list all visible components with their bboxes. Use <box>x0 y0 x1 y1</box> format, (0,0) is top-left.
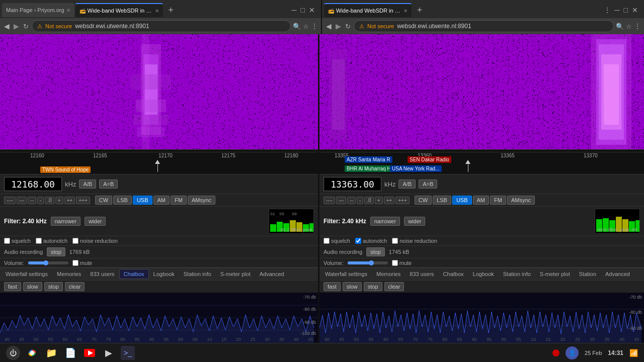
tab-smeter-left[interactable]: S-meter plot <box>216 269 255 279</box>
mode-fm-left[interactable]: FM <box>171 196 187 205</box>
reload-btn-left[interactable]: ↻ <box>22 22 30 31</box>
mode-lsb-left[interactable]: LSB <box>113 196 132 205</box>
tab-websdr-right-close[interactable]: ✕ <box>404 8 408 14</box>
tune-down3-left[interactable]: --- <box>17 197 27 204</box>
mode-cw-left[interactable]: CW <box>95 196 112 205</box>
tab-station-info-right[interactable]: Station info <box>499 269 535 279</box>
forward-btn-left[interactable]: ▶ <box>13 21 20 31</box>
taskbar-youtube-icon[interactable] <box>83 346 97 360</box>
address-bar-right[interactable]: ⚠ Not secure websdr.ewi.utwente.nl:8901 <box>354 20 614 32</box>
forward-btn-right[interactable]: ▶ <box>335 21 342 31</box>
squelch-right[interactable]: squelch <box>324 238 350 244</box>
mode-amsync-right[interactable]: AMsync <box>507 196 535 205</box>
plot-clear-left[interactable]: clear <box>65 282 85 291</box>
tab-station-info-left[interactable]: Station info <box>179 269 216 279</box>
mode-cw-right[interactable]: CW <box>415 196 432 205</box>
taskbar-power-icon[interactable]: ⏻ <box>6 346 20 360</box>
tab-waterfall-settings-left[interactable]: Waterfall settings <box>1 269 52 279</box>
tab-new-left[interactable]: + <box>164 3 178 17</box>
tune-down3-right[interactable]: --- <box>336 197 346 204</box>
address-bar-left[interactable]: ⚠ Not secure websdr.ewi.utwente.nl:8901 <box>32 20 291 32</box>
tab-users-right[interactable]: 833 users <box>405 269 438 279</box>
overflow-right[interactable]: ⋮ <box>604 6 611 14</box>
tab-advanced-left[interactable]: Advanced <box>255 269 289 279</box>
mode-usb-left[interactable]: USB <box>133 196 152 205</box>
taskbar-avatar[interactable]: 👤 <box>566 346 579 359</box>
ab-btn-left[interactable]: A/B <box>79 179 96 189</box>
tune-down1-right[interactable]: - <box>357 197 363 204</box>
tune-down1-left[interactable]: - <box>37 197 44 204</box>
wider-btn-left[interactable]: wider <box>85 217 106 226</box>
plot-slow-right[interactable]: slow <box>343 282 362 291</box>
tab-logbook-left[interactable]: Logbook <box>149 269 179 279</box>
wider-btn-right[interactable]: wider <box>404 217 425 226</box>
tune-up3-left[interactable]: +++ <box>76 197 90 204</box>
plot-stop-right[interactable]: stop <box>364 282 382 291</box>
back-btn-right[interactable]: ◀ <box>325 21 333 31</box>
ab-eq-btn-left[interactable]: A=B <box>99 179 118 189</box>
tab-main[interactable]: Main Page › Priyom.org ✕ <box>2 3 74 17</box>
toolbar-menu-right[interactable]: ⋮ <box>634 22 641 30</box>
tab-advanced-right[interactable]: Advanced <box>601 269 634 279</box>
waterfall-left[interactable] <box>0 34 318 149</box>
tune-down4-right[interactable]: ---- <box>324 197 335 204</box>
mute-left[interactable]: mute <box>72 260 92 266</box>
taskbar-files-icon[interactable]: 📁 <box>44 346 58 360</box>
plot-fast-right[interactable]: fast <box>324 282 341 291</box>
mode-amsync-left[interactable]: AMsync <box>188 196 215 205</box>
autonotch-left[interactable]: autonotch <box>36 238 67 244</box>
mode-lsb-right[interactable]: LSB <box>433 196 451 205</box>
plot-fast-left[interactable]: fast <box>4 282 21 291</box>
volume-slider-left[interactable] <box>28 261 68 264</box>
tab-websdr-right[interactable]: 📻 Wide-band WebSDR in Ensc... ✕ <box>324 3 412 17</box>
toolbar-menu-left[interactable]: ⋮ <box>311 22 318 30</box>
tab-smeter-right[interactable]: S-meter plot <box>535 269 575 279</box>
plot-clear-right[interactable]: clear <box>384 282 405 291</box>
taskbar-play-icon[interactable]: ▶ <box>102 346 116 360</box>
toolbar-bookmark-right[interactable]: ☆ <box>626 23 632 30</box>
mode-am-right[interactable]: AM <box>473 196 490 205</box>
taskbar-docs-icon[interactable]: 📄 <box>63 346 77 360</box>
tune-up1-right[interactable]: + <box>375 197 383 204</box>
minimize-btn-right[interactable]: ─ <box>615 6 620 14</box>
squelch-left[interactable]: squelch <box>4 238 31 244</box>
waterfall-right[interactable] <box>319 34 644 149</box>
back-btn-left[interactable]: ◀ <box>3 21 11 31</box>
tune-up1-left[interactable]: + <box>55 197 63 204</box>
mute-right[interactable]: mute <box>392 260 412 266</box>
tune-down2-left[interactable]: -- <box>28 197 36 204</box>
restore-btn-left[interactable]: □ <box>301 6 305 14</box>
autonotch-right[interactable]: autonotch <box>355 238 387 244</box>
tune-up2-right[interactable]: ++ <box>384 197 395 204</box>
close-btn-right[interactable]: ✕ <box>632 6 638 14</box>
plot-stop-left[interactable]: stop <box>44 282 63 291</box>
tune-dot-left[interactable]: .0 <box>45 197 54 204</box>
tune-down4-left[interactable]: ---- <box>4 197 16 204</box>
mode-am-left[interactable]: AM <box>153 196 170 205</box>
noise-reduction-right[interactable]: noise reduction <box>392 238 437 244</box>
tab-websdr-left[interactable]: 📻 Wide-band WebSDR in Ensc... ✕ <box>75 3 163 17</box>
tab-main-close[interactable]: ✕ <box>66 8 70 13</box>
tab-chatbox-left[interactable]: Chatbox <box>119 269 149 279</box>
tune-up3-right[interactable]: +++ <box>395 197 410 204</box>
tab-chatbox-right[interactable]: Chatbox <box>439 269 468 279</box>
close-btn-left[interactable]: ✕ <box>309 6 315 14</box>
mode-fm-right[interactable]: FM <box>490 196 506 205</box>
narrower-btn-left[interactable]: narrower <box>51 217 80 226</box>
taskbar-terminal-icon[interactable]: >_ <box>121 346 135 360</box>
narrower-btn-right[interactable]: narrower <box>370 217 400 226</box>
stop-recording-right[interactable]: stop <box>366 247 385 256</box>
tab-logbook-right[interactable]: Logbook <box>468 269 499 279</box>
tab-memories-right[interactable]: Memories <box>372 269 405 279</box>
tab-waterfall-settings-right[interactable]: Waterfall settings <box>320 269 372 279</box>
tab-new-right[interactable]: + <box>413 3 427 17</box>
tune-down2-right[interactable]: -- <box>347 197 356 204</box>
toolbar-search-right[interactable]: 🔍 <box>616 23 624 30</box>
tune-up2-left[interactable]: ++ <box>64 197 75 204</box>
toolbar-search-left[interactable]: 🔍 <box>293 23 301 30</box>
restore-btn-right[interactable]: □ <box>624 6 628 14</box>
reload-btn-right[interactable]: ↻ <box>344 22 352 31</box>
volume-slider-right[interactable] <box>348 261 388 264</box>
tab-websdr-left-close[interactable]: ✕ <box>155 8 159 14</box>
tab-station-right[interactable]: Station <box>575 269 601 279</box>
